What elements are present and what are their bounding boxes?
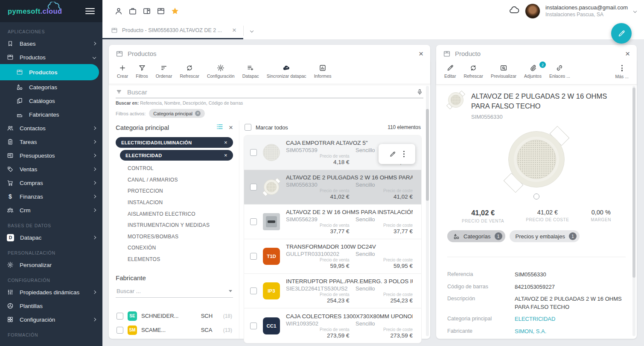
- links-button[interactable]: Enlaces ...: [545, 62, 574, 80]
- attachments-button[interactable]: Adjuntos 2: [520, 62, 545, 80]
- detail-panel-close-icon[interactable]: ×: [625, 50, 630, 58]
- sidebar-item-productos-sub[interactable]: Productos: [0, 64, 99, 80]
- row-checkbox[interactable]: [250, 149, 257, 156]
- category-option-conexion[interactable]: CONEXIÓN: [116, 242, 233, 254]
- edit-button[interactable]: Editar: [440, 62, 460, 80]
- product-row[interactable]: IP3 INTERRUPTOR PPAL./PAR.EMERG. 3 POLOS…: [244, 274, 421, 308]
- preview-button[interactable]: Previsualizar: [487, 62, 520, 80]
- carousel-dot[interactable]: [533, 194, 539, 199]
- list-view-icon[interactable]: [216, 123, 224, 132]
- tab-producto[interactable]: Producto - SIM0556330 ALTAVOZ DE 2 ... ×: [102, 22, 243, 39]
- sidebar-item-fabricantes[interactable]: Fabricantes: [0, 108, 102, 121]
- sidebar-item-label: Productos: [20, 54, 46, 61]
- edit-row-icon[interactable]: [389, 151, 396, 158]
- brand-logo[interactable]: pymesoft.cloud: [8, 7, 62, 15]
- category-pill-electricidad[interactable]: ELECTRICIDAD ×: [120, 150, 233, 161]
- manufacturer-search-input[interactable]: [117, 288, 229, 294]
- sidebar-item-propiedades-dinamicas[interactable]: Propiedades dinámicas: [0, 285, 102, 299]
- category-option-proteccion[interactable]: PROTECCION: [116, 185, 233, 197]
- sync-datapac-button[interactable]: Sincronizar datapac: [263, 62, 310, 80]
- manufacturer-row[interactable]: arteche ARTECHE... ART (13): [116, 337, 233, 339]
- manufacturer-checkbox[interactable]: [117, 327, 123, 334]
- active-filter-chip[interactable]: Categoria principal ×: [149, 109, 205, 118]
- field-value-link[interactable]: ELECTRICIDAD: [515, 315, 626, 323]
- datapac-button[interactable]: Datapac: [239, 62, 263, 80]
- row-more-icon[interactable]: [403, 151, 405, 157]
- cloud-sync-icon[interactable]: [509, 5, 520, 18]
- briefcase-shortcut-icon[interactable]: [128, 7, 137, 15]
- refresh-button[interactable]: Refrescar: [176, 62, 203, 80]
- row-checkbox[interactable]: [250, 218, 257, 225]
- tab-list-dropdown[interactable]: [244, 22, 260, 39]
- sort-button[interactable]: Ordenar: [152, 62, 176, 80]
- category-option-instalacion[interactable]: INSTALACION: [116, 197, 233, 208]
- category-option-instrumentacion[interactable]: INSTRUMENTACION Y MEDIDAS: [116, 220, 233, 231]
- contact-shortcut-icon[interactable]: [114, 7, 123, 15]
- fab-edit-button[interactable]: [611, 23, 632, 44]
- sidebar-item-bases[interactable]: Bases: [0, 37, 102, 50]
- product-row-selected[interactable]: ALTAVOZ DE 2 PULGADAS 2 W 16 OHMS PARA..…: [244, 170, 421, 205]
- list-scrollbar-thumb[interactable]: [426, 109, 429, 201]
- field-value-link[interactable]: SIMON, S.A.: [515, 328, 626, 336]
- account-info[interactable]: instalaciones.pascua@gmail.com Instalaci…: [545, 4, 628, 18]
- product-row[interactable]: T1D TRANSFORMADOR 100W DC24V GULLPTR0331…: [244, 239, 421, 274]
- category-option-canal-armarios[interactable]: CANAL / ARMARIOS: [116, 174, 233, 186]
- microphone-icon[interactable]: [416, 88, 423, 96]
- sidebar-item-categorias[interactable]: Categorías: [0, 80, 102, 94]
- manufacturer-search[interactable]: [116, 286, 233, 298]
- product-row[interactable]: CAJA EMPOTRAR ALTAVOZ 5" SIM0570539Senci…: [244, 135, 421, 170]
- row-checkbox[interactable]: [250, 253, 257, 260]
- sidebar-item-plantillas[interactable]: Plantillas: [0, 299, 102, 313]
- sidebar-item-tareas[interactable]: Tareas: [0, 135, 102, 149]
- sidebar-item-compras[interactable]: Compras: [0, 176, 102, 190]
- pill-remove-icon[interactable]: ×: [224, 152, 227, 158]
- products-panel-close-icon[interactable]: ×: [419, 50, 423, 58]
- create-button[interactable]: Crear: [113, 62, 132, 80]
- sidebar-item-datapac[interactable]: D Datapac: [0, 231, 102, 244]
- chip-remove-icon[interactable]: ×: [195, 111, 201, 116]
- category-option-control[interactable]: CONTROL: [116, 163, 233, 174]
- sale-price-value: 41,02 €: [286, 194, 350, 200]
- refresh-button[interactable]: Refrescar: [460, 62, 487, 80]
- manufacturer-row[interactable]: SE SCHNEIDER... SCH (18): [116, 309, 233, 323]
- detail-scrollbar-thumb[interactable]: [632, 88, 635, 278]
- avatar[interactable]: [525, 3, 540, 19]
- sidebar-item-personalizar[interactable]: Personalizar: [0, 258, 102, 272]
- more-button[interactable]: Más ...: [611, 62, 632, 81]
- layout-shortcut-icon[interactable]: [143, 7, 151, 15]
- category-pill-electricidad-iluminacion[interactable]: ELECTRICIDAD/ILUMINACIÓN ×: [116, 137, 233, 148]
- reports-button[interactable]: Informes: [310, 62, 335, 80]
- prices-packaging-chip[interactable]: Precios y embalajes 1: [510, 230, 580, 242]
- filters-button[interactable]: Filtros: [132, 62, 152, 80]
- sidebar-item-productos[interactable]: Productos: [0, 50, 102, 64]
- sidebar-item-crm[interactable]: Crm: [0, 203, 102, 217]
- account-chevron-icon[interactable]: [633, 9, 637, 13]
- hamburger-menu-icon[interactable]: [85, 8, 95, 14]
- product-image[interactable]: [508, 131, 565, 188]
- sidebar-item-finanzas[interactable]: $ Finanzas: [0, 190, 102, 203]
- row-checkbox[interactable]: [250, 287, 257, 294]
- categories-chip[interactable]: Categorías 1: [447, 230, 505, 242]
- search-input[interactable]: [127, 88, 412, 96]
- sidebar-item-catalogos[interactable]: Catálogos: [0, 94, 102, 108]
- category-option-elementos[interactable]: ELEMENTOS: [116, 254, 233, 265]
- tab-close-icon[interactable]: ×: [230, 26, 238, 35]
- sidebar-item-contactos[interactable]: Contactos: [0, 121, 102, 135]
- category-option-motores-bombas[interactable]: MOTORES/BOMBAS: [116, 231, 233, 243]
- product-row[interactable]: CC1 CAJA COLECTORES 1300X730X80MM UPONOR…: [244, 308, 421, 343]
- facet-close-icon[interactable]: ×: [229, 124, 233, 131]
- select-all-checkbox[interactable]: [245, 124, 251, 131]
- category-option-aislamiento[interactable]: AISLAMIENTO ELECTRICO: [116, 208, 233, 220]
- configuration-button[interactable]: Configuración: [203, 62, 239, 80]
- pill-remove-icon[interactable]: ×: [224, 139, 227, 146]
- product-shortcut-icon[interactable]: [157, 7, 165, 15]
- favorites-star-icon[interactable]: [171, 7, 179, 15]
- manufacturer-row[interactable]: SM SCAME... SCA (13): [116, 323, 233, 337]
- sidebar-item-presupuestos[interactable]: Presupuestos: [0, 149, 102, 162]
- row-checkbox[interactable]: [250, 184, 257, 191]
- manufacturer-checkbox[interactable]: [117, 313, 123, 320]
- row-checkbox[interactable]: [250, 323, 257, 329]
- product-row[interactable]: ALTAVOZ DE 2 W 16 OHMS PARA INSTALACIÓN …: [244, 205, 421, 239]
- sidebar-item-configuracion[interactable]: Configuración: [0, 313, 102, 326]
- sidebar-item-ventas[interactable]: Ventas: [0, 162, 102, 176]
